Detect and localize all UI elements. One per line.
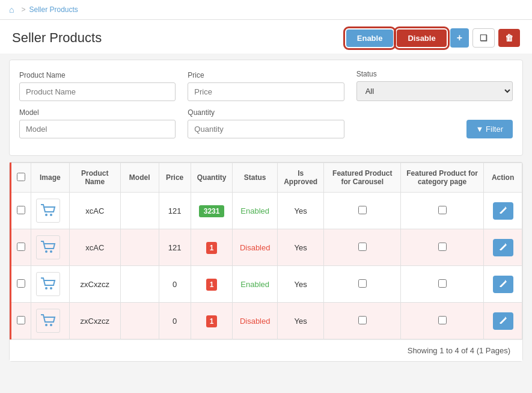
cart-icon <box>39 312 57 330</box>
edit-icon <box>499 316 507 324</box>
row-product-name: zxCxzcz <box>69 303 120 339</box>
edit-button[interactable] <box>493 239 513 256</box>
product-image <box>36 199 60 223</box>
edit-icon <box>499 279 507 288</box>
delete-button[interactable]: 🗑 <box>498 29 520 47</box>
svg-point-3 <box>50 250 52 253</box>
row-quantity: 1 <box>191 229 233 266</box>
featured-carousel-checkbox[interactable] <box>358 206 367 214</box>
cart-icon <box>39 238 57 256</box>
featured-carousel-checkbox[interactable] <box>358 243 367 251</box>
price-filter: Price <box>188 71 344 101</box>
quantity-badge: 3231 <box>199 205 225 217</box>
breadcrumb-current: Seller Products <box>29 5 78 14</box>
status-filter: Status All Enabled Disabled <box>356 70 513 101</box>
products-table-container: Image Product Name Model Price Quantity … <box>9 162 523 362</box>
add-button[interactable]: + <box>450 28 469 48</box>
row-status: Disabled <box>233 303 277 339</box>
edit-button[interactable] <box>493 276 513 293</box>
product-name-label: Product Name <box>19 71 176 79</box>
row-action <box>484 229 522 266</box>
row-checkbox[interactable] <box>17 279 25 288</box>
row-checkbox[interactable] <box>17 243 25 251</box>
row-is-approved: Yes <box>277 193 324 229</box>
row-featured-category <box>401 303 484 339</box>
featured-category-checkbox[interactable] <box>438 243 447 251</box>
select-all-checkbox[interactable] <box>17 173 25 181</box>
home-icon[interactable]: ⌂ <box>9 5 14 14</box>
pagination-info: Showing 1 to 4 of 4 (1 Pages) <box>10 339 522 361</box>
row-product-name: zxCxzcz <box>69 266 120 303</box>
row-status: Disabled <box>233 229 277 266</box>
table-row: xcAC 121 3231 Enabled Yes <box>11 193 522 229</box>
row-model <box>120 193 159 229</box>
header-model: Model <box>120 163 159 193</box>
row-image-cell <box>31 193 70 229</box>
svg-point-0 <box>45 214 47 216</box>
page-title: Seller Products <box>12 30 102 46</box>
svg-point-4 <box>45 287 47 289</box>
quantity-badge: 1 <box>206 315 218 327</box>
breadcrumb: ⌂ > Seller Products <box>0 0 532 20</box>
row-is-approved: Yes <box>277 266 324 303</box>
featured-carousel-checkbox[interactable] <box>358 279 367 288</box>
price-input[interactable] <box>188 82 344 101</box>
edit-icon <box>499 243 507 251</box>
header-action: Action <box>484 163 522 193</box>
status-select[interactable]: All Enabled Disabled <box>356 81 513 101</box>
disable-button[interactable]: Disable <box>397 29 446 47</box>
model-input[interactable] <box>19 120 176 138</box>
row-checkbox[interactable] <box>17 316 25 324</box>
row-image-cell <box>31 303 70 339</box>
filter-label: Filter <box>486 125 503 134</box>
status-label: Status <box>356 70 513 78</box>
row-featured-carousel <box>324 193 401 229</box>
featured-carousel-checkbox[interactable] <box>358 316 367 324</box>
header-is-approved: Is Approved <box>277 163 324 193</box>
filter-panel: Product Name Price Status All Enabled Di… <box>9 60 523 156</box>
row-model <box>120 266 159 303</box>
header-price: Price <box>159 163 191 193</box>
featured-category-checkbox[interactable] <box>438 206 447 214</box>
edit-button[interactable] <box>493 202 513 220</box>
header-quantity: Quantity <box>191 163 233 193</box>
copy-button[interactable]: ❑ <box>472 28 495 48</box>
row-is-approved: Yes <box>277 229 324 266</box>
header-checkbox <box>11 163 31 193</box>
edit-button[interactable] <box>493 312 513 330</box>
row-featured-category <box>401 193 484 229</box>
header-status: Status <box>233 163 277 193</box>
row-featured-category <box>401 229 484 266</box>
row-image-cell <box>31 266 70 303</box>
table-header-row: Image Product Name Model Price Quantity … <box>11 163 522 193</box>
product-name-filter: Product Name <box>19 71 176 101</box>
featured-category-checkbox[interactable] <box>438 316 447 324</box>
header-featured-carousel: Featured Product for Carousel <box>324 163 401 193</box>
row-status: Enabled <box>233 266 277 303</box>
header-actions: Enable Disable + ❑ 🗑 <box>346 28 520 48</box>
product-image <box>36 272 60 296</box>
row-action <box>484 193 522 229</box>
row-checkbox[interactable] <box>17 206 25 214</box>
breadcrumb-separator: > <box>21 5 25 14</box>
row-model <box>120 303 159 339</box>
svg-point-7 <box>50 324 52 326</box>
row-checkbox-cell <box>11 193 31 229</box>
featured-category-checkbox[interactable] <box>438 279 447 288</box>
quantity-input[interactable] <box>188 120 344 138</box>
row-quantity: 1 <box>191 266 233 303</box>
table-row: xcAC 121 1 Disabled Yes <box>11 229 522 266</box>
row-checkbox-cell <box>11 229 31 266</box>
svg-point-6 <box>45 324 47 326</box>
svg-point-2 <box>45 250 47 253</box>
table-body: xcAC 121 3231 Enabled Yes <box>11 193 522 339</box>
model-filter: Model <box>19 108 176 138</box>
row-price: 0 <box>159 266 191 303</box>
filter-button[interactable]: ▼ Filter <box>466 120 513 138</box>
row-featured-category <box>401 266 484 303</box>
enable-button[interactable]: Enable <box>346 29 394 47</box>
product-name-input[interactable] <box>19 82 176 101</box>
row-product-name: xcAC <box>69 193 120 229</box>
price-label: Price <box>188 71 344 79</box>
svg-point-5 <box>50 287 52 289</box>
